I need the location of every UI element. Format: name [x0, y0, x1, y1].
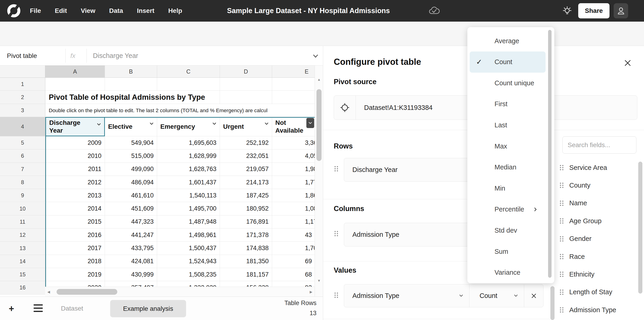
row-header-3[interactable]: 3: [0, 104, 45, 117]
cell-B8[interactable]: 486,094: [105, 176, 157, 189]
cell-B14[interactable]: 424,081: [105, 255, 157, 268]
menu-item-variance[interactable]: Variance: [470, 262, 546, 283]
formula-input[interactable]: Discharge Year: [93, 46, 138, 65]
cell-C6[interactable]: 1,628,999: [157, 149, 220, 163]
cell-D12[interactable]: 171,378: [220, 229, 272, 242]
menu-insert[interactable]: Insert: [137, 7, 154, 14]
cell-A13[interactable]: 2017: [45, 242, 105, 255]
dropdown-scroll-thumb[interactable]: [548, 30, 552, 278]
row-header-8[interactable]: 8: [0, 176, 45, 189]
search-fields-input[interactable]: [562, 141, 636, 149]
cell-A10[interactable]: 2014: [45, 202, 105, 215]
pivot-source-value[interactable]: Dataset!A1:K31193384: [356, 104, 433, 111]
cell-D9[interactable]: 187,425: [220, 189, 272, 202]
vertical-scrollbar[interactable]: ▲ ▼: [315, 65, 323, 297]
cell-A7[interactable]: 2011: [45, 163, 105, 176]
filter-chevron-icon[interactable]: [211, 121, 217, 128]
formula-expand-chevron-icon[interactable]: [312, 52, 319, 61]
close-panel-button[interactable]: [622, 58, 633, 68]
cell-D10[interactable]: 180,952: [220, 202, 272, 215]
pivot-header-discharge-year[interactable]: Discharge Year: [45, 117, 105, 136]
cell-A1[interactable]: [45, 78, 105, 91]
cell-D11[interactable]: 176,891: [220, 215, 272, 229]
tab-example-analysis[interactable]: Example analysis: [110, 300, 186, 317]
scroll-down-icon[interactable]: ▼: [315, 279, 323, 283]
pivot-note-cell[interactable]: Double click on the pivot table to edit.…: [46, 104, 315, 117]
cell-A14[interactable]: 2018: [45, 255, 105, 268]
drag-handle-icon[interactable]: [334, 292, 340, 300]
cell-C15[interactable]: 1,508,235: [157, 268, 220, 281]
drag-handle-icon[interactable]: [559, 217, 564, 225]
cell-C12[interactable]: 1,498,961: [157, 229, 220, 242]
filter-chevron-icon[interactable]: [96, 121, 102, 129]
field-service-area[interactable]: Service Area: [559, 159, 642, 177]
menu-item-std-dev[interactable]: Std dev: [470, 220, 546, 241]
menu-item-first[interactable]: First: [470, 94, 546, 115]
cell-D1[interactable]: [220, 78, 272, 91]
filter-chevron-icon[interactable]: [148, 121, 154, 128]
cell-D15[interactable]: 181,157: [220, 268, 272, 281]
cell-D6[interactable]: 232,051: [220, 149, 272, 163]
column-e-filter-button[interactable]: [306, 118, 314, 128]
horizontal-scroll-thumb[interactable]: [56, 289, 117, 295]
field-gender[interactable]: Gender: [559, 230, 642, 248]
cell-B13[interactable]: 433,795: [105, 242, 157, 255]
cell-B6[interactable]: 515,009: [105, 149, 157, 163]
pivot-header-urgent[interactable]: Urgent: [220, 117, 272, 136]
row-header-9[interactable]: 9: [0, 189, 45, 202]
scroll-right-icon[interactable]: ▶: [310, 287, 312, 297]
row-header-1[interactable]: 1: [0, 78, 45, 91]
menu-file[interactable]: File: [30, 7, 41, 14]
row-header-5[interactable]: 5: [0, 136, 45, 149]
row-header-13[interactable]: 13: [0, 242, 45, 255]
cell-E1[interactable]: [272, 78, 315, 91]
select-range-button[interactable]: [334, 96, 356, 120]
spreadsheet-grid[interactable]: ABCDE 12345678910111213141516 Pivot Tabl…: [0, 65, 315, 297]
cell-E14[interactable]: 69: [272, 255, 315, 268]
row-header-7[interactable]: 7: [0, 163, 45, 176]
document-title[interactable]: Sample Large Dataset - NY Hospital Admis…: [227, 0, 390, 22]
field-county[interactable]: County: [559, 176, 642, 194]
horizontal-scrollbar[interactable]: ◀ ▶: [45, 287, 315, 297]
cell-A6[interactable]: 2010: [45, 149, 105, 163]
grid-corner[interactable]: [0, 65, 45, 78]
panel-scroll-thumb[interactable]: [550, 286, 554, 320]
app-logo-icon[interactable]: [6, 3, 21, 19]
values-field-select[interactable]: Admission Type: [344, 284, 470, 307]
drag-handle-icon[interactable]: [559, 235, 564, 243]
cell-C5[interactable]: 1,695,603: [157, 136, 220, 149]
cell-D8[interactable]: 214,173: [220, 176, 272, 189]
row-header-12[interactable]: 12: [0, 229, 45, 242]
cell-E6[interactable]: 4,05: [272, 149, 315, 163]
filter-chevron-icon[interactable]: [264, 121, 270, 128]
cell-E15[interactable]: 68: [272, 268, 315, 281]
column-header-E[interactable]: E: [272, 65, 315, 78]
menu-item-min[interactable]: Min: [470, 178, 546, 199]
field-ethnicity[interactable]: Ethnicity: [559, 265, 642, 283]
cell-C13[interactable]: 1,500,437: [157, 242, 220, 255]
cell-E13[interactable]: 1,70: [272, 242, 315, 255]
cell-A12[interactable]: 2016: [45, 229, 105, 242]
cell-B15[interactable]: 430,999: [105, 268, 157, 281]
cell-D7[interactable]: 219,057: [220, 163, 272, 176]
cell-B10[interactable]: 451,609: [105, 202, 157, 215]
field-race[interactable]: Race: [559, 248, 642, 266]
field-age-group[interactable]: Age Group: [559, 212, 642, 230]
drag-handle-icon[interactable]: [334, 165, 340, 173]
drag-handle-icon[interactable]: [559, 182, 564, 189]
scroll-up-icon[interactable]: ▲: [315, 77, 323, 81]
menu-help[interactable]: Help: [168, 7, 182, 14]
cell-B1[interactable]: [105, 78, 157, 91]
row-header-11[interactable]: 11: [0, 215, 45, 229]
cell-C8[interactable]: 1,601,437: [157, 176, 220, 189]
fields-scroll-thumb[interactable]: [638, 162, 642, 294]
sheet-list-menu-button[interactable]: [34, 304, 43, 314]
cell-B11[interactable]: 447,323: [105, 215, 157, 229]
cell-E7[interactable]: 1,98: [272, 163, 315, 176]
cell-C11[interactable]: 1,487,948: [157, 215, 220, 229]
pivot-header-emergency[interactable]: Emergency: [157, 117, 220, 136]
menu-item-percentile[interactable]: Percentile: [470, 199, 546, 220]
drag-handle-icon[interactable]: [559, 289, 564, 296]
cell-C10[interactable]: 1,495,700: [157, 202, 220, 215]
cell-A15[interactable]: 2019: [45, 268, 105, 281]
